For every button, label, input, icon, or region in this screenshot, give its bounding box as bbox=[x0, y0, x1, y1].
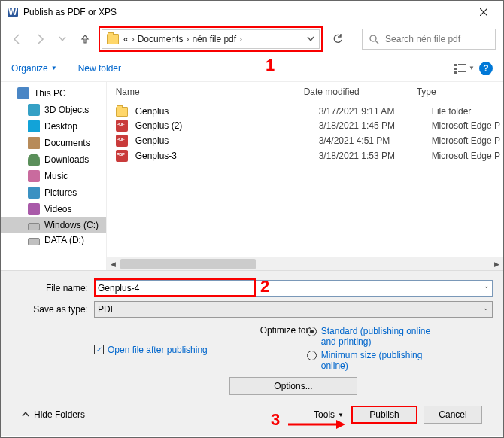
new-folder-button[interactable]: New folder bbox=[78, 63, 121, 74]
file-date: 3/18/2021 1:53 PM bbox=[319, 151, 432, 161]
tree-label: This PC bbox=[34, 88, 66, 99]
videos-icon bbox=[28, 203, 40, 215]
radio-minimum[interactable] bbox=[307, 351, 317, 360]
tree-item-desktop[interactable]: Desktop bbox=[1, 118, 106, 135]
chevron-up-icon bbox=[22, 411, 29, 418]
svg-rect-11 bbox=[458, 71, 466, 72]
save-type-value: PDF bbox=[98, 304, 116, 315]
radio-standard[interactable] bbox=[307, 327, 317, 336]
file-type: Microsoft Edge P bbox=[432, 135, 500, 146]
file-row[interactable]: Genplus (2)3/18/2021 1:45 PMMicrosoft Ed… bbox=[107, 118, 503, 133]
file-date: 3/4/2021 4:51 PM bbox=[319, 135, 432, 146]
svg-rect-9 bbox=[458, 68, 466, 68]
drive-icon bbox=[28, 238, 40, 245]
col-date[interactable]: Date modified bbox=[304, 87, 417, 97]
publish-label: Publish bbox=[369, 409, 399, 420]
dropdown-icon[interactable]: ⌄ bbox=[484, 282, 490, 290]
tree-item-downloads[interactable]: Downloads bbox=[1, 151, 106, 168]
save-type-combo[interactable]: PDF ⌄ bbox=[94, 301, 493, 318]
nav-bar: « › Documents › nén file pdf › Search né… bbox=[1, 23, 503, 55]
scroll-thumb[interactable] bbox=[120, 259, 256, 269]
view-dropdown-icon[interactable]: ▼ bbox=[469, 65, 475, 71]
tree-label: Downloads bbox=[44, 154, 89, 165]
tree-label: DATA (D:) bbox=[44, 235, 84, 245]
tree-item-videos[interactable]: Videos bbox=[1, 201, 106, 217]
cancel-button[interactable]: Cancel bbox=[424, 406, 482, 424]
tree-label: Windows (C:) bbox=[44, 220, 99, 230]
breadcrumb-root-chev[interactable]: « bbox=[123, 34, 129, 44]
svg-rect-8 bbox=[454, 68, 457, 70]
file-date: 3/18/2021 1:45 PM bbox=[319, 120, 432, 131]
music-icon bbox=[28, 170, 40, 182]
file-type: Microsoft Edge P bbox=[432, 120, 500, 131]
file-rows: Genplus3/17/2021 9:11 AMFile folder Genp… bbox=[107, 102, 503, 257]
file-type: File folder bbox=[432, 106, 500, 117]
tree-item-music[interactable]: Music bbox=[1, 168, 106, 184]
annotation-arrow bbox=[287, 419, 347, 432]
svg-rect-10 bbox=[454, 71, 457, 74]
file-row[interactable]: Genplus3/4/2021 4:51 PMMicrosoft Edge P bbox=[107, 133, 503, 148]
nav-tree[interactable]: This PC 3D Objects Desktop Documents Dow… bbox=[1, 82, 107, 270]
close-button[interactable] bbox=[467, 2, 500, 23]
options-button-label: Options... bbox=[274, 381, 312, 391]
tree-label: Videos bbox=[44, 204, 71, 214]
organize-button[interactable]: Organize ▼ bbox=[11, 63, 57, 74]
view-options-button[interactable] bbox=[452, 59, 470, 78]
file-name-label: File name: bbox=[11, 283, 94, 294]
file-name: Genplus bbox=[135, 135, 319, 146]
hide-folders-label: Hide Folders bbox=[34, 409, 85, 420]
file-row[interactable]: Genplus3/17/2021 9:11 AMFile folder bbox=[107, 104, 503, 118]
forward-button[interactable] bbox=[31, 30, 49, 48]
col-type[interactable]: Type bbox=[417, 87, 500, 97]
open-after-publish-checkbox[interactable]: ✓ Open file after publishing bbox=[94, 325, 208, 374]
tree-item-d-drive[interactable]: DATA (D:) bbox=[1, 233, 106, 248]
downloads-icon bbox=[28, 154, 40, 166]
file-name-input[interactable] bbox=[94, 280, 493, 297]
tree-label: Documents bbox=[44, 138, 90, 148]
breadcrumb-folder[interactable]: nén file pdf bbox=[192, 34, 236, 44]
svg-point-4 bbox=[370, 35, 376, 41]
tree-item-documents[interactable]: Documents bbox=[1, 135, 106, 151]
hide-folders-button[interactable]: Hide Folders bbox=[22, 409, 85, 420]
tree-item-pictures[interactable]: Pictures bbox=[1, 184, 106, 201]
radio-minimum-label: Minimum size (publishing online) bbox=[321, 350, 442, 371]
help-button[interactable]: ? bbox=[479, 62, 493, 75]
svg-text:W: W bbox=[8, 7, 17, 17]
annotation-1: 1 bbox=[266, 56, 275, 75]
chevron-right-icon: › bbox=[186, 34, 189, 44]
3d-objects-icon bbox=[28, 104, 40, 116]
column-headers: Name Date modified Type bbox=[107, 82, 503, 102]
file-type: Microsoft Edge P bbox=[432, 151, 500, 161]
breadcrumb-documents[interactable]: Documents bbox=[138, 34, 184, 44]
new-folder-label: New folder bbox=[78, 63, 121, 74]
file-row[interactable]: Genplus-33/18/2021 1:53 PMMicrosoft Edge… bbox=[107, 148, 503, 163]
file-name: Genplus bbox=[135, 106, 319, 117]
address-bar[interactable]: « › Documents › nén file pdf › bbox=[102, 29, 320, 49]
optimize-label: Optimize for: bbox=[260, 325, 311, 336]
address-bar-highlight: « › Documents › nén file pdf › bbox=[99, 26, 323, 52]
scroll-right-icon[interactable]: ▶ bbox=[490, 260, 503, 268]
search-box[interactable]: Search nén file pdf bbox=[362, 29, 496, 50]
horizontal-scrollbar[interactable]: ◀ ▶ bbox=[107, 257, 503, 270]
tree-label: Desktop bbox=[44, 121, 77, 132]
svg-line-5 bbox=[375, 41, 378, 44]
address-dropdown-icon[interactable] bbox=[307, 34, 314, 44]
publish-button[interactable]: Publish bbox=[351, 406, 417, 424]
scroll-left-icon[interactable]: ◀ bbox=[107, 260, 120, 268]
tree-label: Pictures bbox=[44, 187, 77, 198]
dropdown-triangle-icon: ▼ bbox=[51, 65, 57, 71]
drive-icon bbox=[28, 223, 40, 230]
options-button[interactable]: Options... bbox=[229, 377, 357, 395]
tree-item-c-drive[interactable]: Windows (C:) bbox=[1, 217, 106, 233]
up-button[interactable] bbox=[76, 30, 94, 48]
tree-item-this-pc[interactable]: This PC bbox=[1, 85, 106, 102]
svg-rect-7 bbox=[458, 64, 466, 65]
tools-dropdown[interactable]: Tools ▼ bbox=[314, 409, 344, 420]
tree-item-3d-objects[interactable]: 3D Objects bbox=[1, 102, 106, 118]
back-button[interactable] bbox=[8, 30, 26, 48]
search-placeholder: Search nén file pdf bbox=[385, 34, 460, 44]
col-name[interactable]: Name bbox=[116, 87, 304, 97]
refresh-button[interactable] bbox=[327, 34, 348, 44]
search-box-wrap: Search nén file pdf bbox=[362, 29, 496, 50]
recent-dropdown[interactable] bbox=[53, 30, 71, 48]
